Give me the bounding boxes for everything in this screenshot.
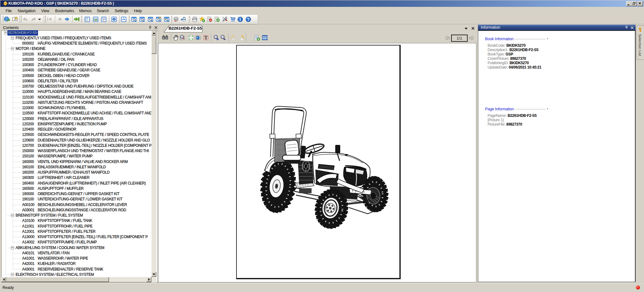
- svg-text:T: T: [204, 36, 208, 40]
- svg-text:?: ?: [247, 17, 250, 22]
